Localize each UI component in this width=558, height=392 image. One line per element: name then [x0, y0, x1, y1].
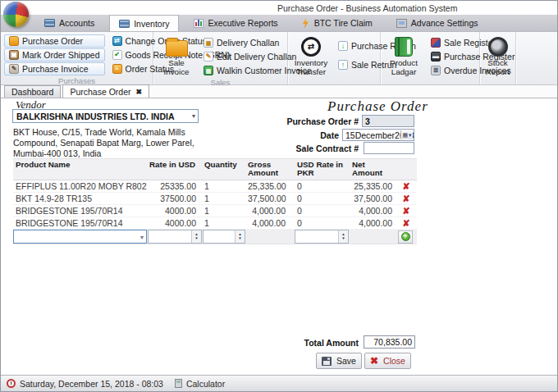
vendor-value: BALKRISHNA INDUSTRIES LTD. INDIA [16, 112, 185, 121]
close-tab-icon[interactable]: ✖ [136, 88, 143, 96]
cell-product: BRIDGESTONE 195/70R14 [13, 206, 147, 216]
product-ledger-button[interactable]: Product Ladgar [384, 34, 423, 76]
ribbon-tab-label: Executive Reports [208, 18, 277, 28]
grid-rows: EFFIPLUS 11.00R20 MOBY R802X 18PR25335.0… [13, 180, 417, 230]
change-status-icon: ⇄ [112, 36, 122, 46]
header-gross-amount: Gross Amount [245, 159, 295, 180]
accounts-drawer-icon [44, 19, 55, 27]
total-amount-field: 70,835.00 [364, 335, 415, 349]
delete-row-icon[interactable]: ✘ [396, 181, 417, 192]
doc-tab-label: Purchase Order [70, 87, 130, 97]
invoice-hand-icon: ✎ [9, 64, 19, 74]
ribbon-tab-advance-settings[interactable]: Advance Settings [387, 15, 487, 31]
button-label: Edit Delivery Challan [217, 52, 296, 62]
ribbon-tab-executive-reports[interactable]: Executive Reports [185, 15, 286, 31]
ribbon-tab-label: BTC Tire Claim [314, 18, 373, 28]
cell-net: 37,500.00 [350, 194, 396, 203]
new-quantity-spinner[interactable]: ▲▼ [203, 230, 245, 244]
table-row[interactable]: BKT 14.9-28 TR13537500.00137,500.00037,5… [13, 193, 417, 205]
register-flag-icon [431, 38, 441, 48]
ribbon-tab-label: Advance Settings [411, 18, 478, 28]
ribbon-tab-accounts[interactable]: Accounts [35, 15, 103, 31]
date-picker-button[interactable]: ▦ ▾ [400, 130, 413, 139]
status-calculator[interactable]: Calculator [186, 379, 225, 389]
header-quantity: Quantity [202, 159, 245, 180]
stock-report-button[interactable]: Stock Report [482, 34, 515, 76]
purchase-order-form: Vendor BALKRISHNA INDUSTRIES LTD. INDIA … [1, 98, 557, 374]
ribbon-group-stock-report: Stock Report [480, 32, 516, 84]
po-number-label: Purchase Order # [263, 116, 359, 126]
delete-row-icon[interactable]: ✘ [396, 218, 417, 229]
header-rate-usd: Rate in USD [147, 159, 202, 180]
ribbon-tab-btc-tire-claim[interactable]: BTC Tire Claim [293, 15, 382, 31]
purchase-order-button[interactable]: Purchase Order [4, 34, 105, 48]
app-window: Purchase Order - Business Automation Sys… [0, 0, 558, 392]
clock-icon [7, 379, 16, 388]
table-row[interactable]: EFFIPLUS 11.00R20 MOBY R802X 18PR25335.0… [13, 180, 417, 193]
line-items-grid: Product Name Rate in USD Quantity Gross … [13, 158, 417, 244]
sale-contract-field[interactable] [364, 142, 414, 154]
doc-tab-dashboard[interactable]: Dashboard [4, 85, 61, 98]
folder-icon [9, 36, 19, 46]
cell-rate: 4000.00 [147, 218, 202, 228]
header-net-amount: Net Amount [350, 159, 396, 180]
delete-row-icon[interactable]: ✘ [396, 194, 417, 204]
close-x-icon: ✖ [370, 355, 378, 367]
add-row-button[interactable]: + [398, 230, 413, 244]
ribbon-tab-inventory[interactable]: Inventory [109, 15, 179, 31]
spinner-arrows-icon[interactable]: ▲▼ [338, 230, 348, 243]
calendar-icon: ▦ [402, 132, 408, 139]
button-label: Purchase Order [22, 36, 83, 46]
new-rate-spinner[interactable]: ▲▼ [148, 230, 202, 244]
window-title: Purchase Order - Business Automation Sys… [277, 3, 457, 13]
cell-gross: 25,335.00 [245, 181, 295, 191]
shipping-box-icon: ▣ [9, 50, 19, 60]
new-product-combobox[interactable]: ▾ [13, 230, 147, 244]
sale-invoice-button[interactable]: Sale Invoice [157, 34, 196, 76]
chevron-down-icon: ▾ [140, 234, 144, 241]
window-pane-icon: ▦ [204, 38, 213, 48]
mark-order-shipped-button[interactable]: ▣ Mark Order Shipped [4, 48, 105, 62]
cell-usd_rate: 0 [295, 218, 350, 228]
ribbon-tab-strip: Accounts Inventory Executive Reports BTC… [1, 15, 557, 32]
chevron-down-icon: ▾ [192, 112, 195, 120]
ribbon-group-transfer-returns: ⇄ Inventory Transfer ↓ Purchase Retrun ↑… [288, 32, 381, 84]
check-document-icon: ✔ [112, 50, 122, 60]
header-actions [396, 159, 417, 180]
inventory-transfer-button[interactable]: ⇄ Inventory Transfer [291, 34, 331, 76]
doc-tab-label: Dashboard [11, 87, 53, 97]
delete-row-icon[interactable]: ✘ [396, 206, 417, 217]
table-row[interactable]: BRIDGESTONE 195/70R144000.0014,000.0004,… [13, 217, 417, 230]
total-amount-label: Total Amount [272, 338, 359, 348]
wallet-icon: ▬ [431, 52, 441, 62]
green-document-icon: ▤ [204, 66, 213, 75]
date-label: Date [272, 130, 339, 140]
date-field[interactable]: 15December2018 ▦ ▾ [342, 129, 414, 141]
group-label [288, 76, 380, 84]
cell-gross: 4,000.00 [245, 218, 295, 228]
button-label: Inventory Transfer [291, 59, 331, 76]
return-arrow-up-icon: ↑ [338, 60, 348, 70]
spinner-arrows-icon[interactable]: ▲▼ [191, 230, 201, 243]
pencil-icon: ✎ [204, 52, 213, 62]
po-number-field[interactable]: 3 [362, 115, 414, 127]
table-row[interactable]: BRIDGESTONE 195/70R144000.0014,000.0004,… [13, 205, 417, 217]
cell-gross: 37,500.00 [245, 194, 295, 203]
folder-icon [166, 40, 188, 57]
cell-qty: 1 [202, 181, 245, 191]
cell-usd_rate: 0 [295, 181, 350, 191]
button-label: Sale Invoice [157, 59, 196, 76]
vendor-combobox[interactable]: BALKRISHNA INDUSTRIES LTD. INDIA ▾ [12, 109, 199, 123]
ribbon-spacer [516, 32, 557, 84]
cell-rate: 37500.00 [147, 194, 202, 203]
button-label: Purchase Invoice [22, 64, 89, 74]
cell-rate: 4000.00 [147, 206, 202, 216]
spinner-arrows-icon[interactable]: ▲▼ [235, 230, 245, 243]
purchase-invoice-button[interactable]: ✎ Purchase Invoice [4, 62, 105, 75]
save-button[interactable]: Save [316, 353, 362, 369]
close-button[interactable]: ✖ Close [364, 353, 411, 369]
cell-net: 4,000.00 [350, 218, 396, 228]
stacked-papers-icon: ≣ [431, 66, 441, 75]
new-usd-rate-spinner[interactable]: ▲▼ [295, 230, 349, 244]
doc-tab-purchase-order[interactable]: Purchase Order ✖ [62, 84, 149, 98]
